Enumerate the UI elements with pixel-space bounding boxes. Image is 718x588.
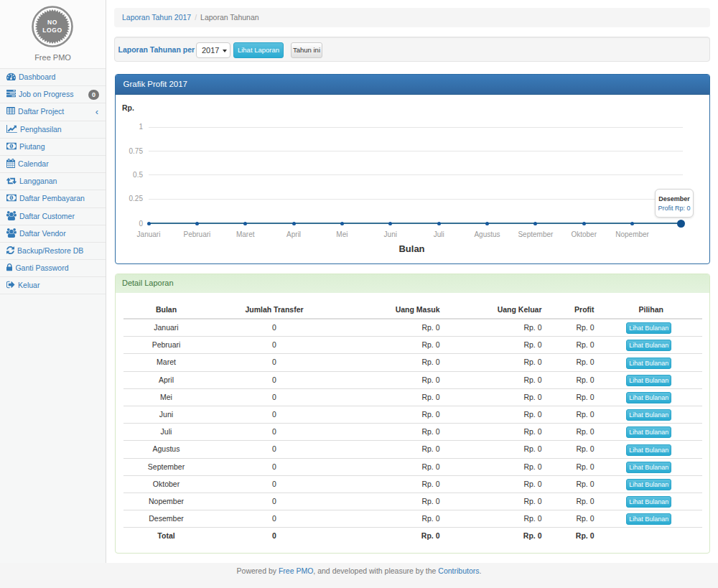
- svg-text:LOGO: LOGO: [42, 27, 62, 34]
- svg-text:NO: NO: [47, 19, 57, 26]
